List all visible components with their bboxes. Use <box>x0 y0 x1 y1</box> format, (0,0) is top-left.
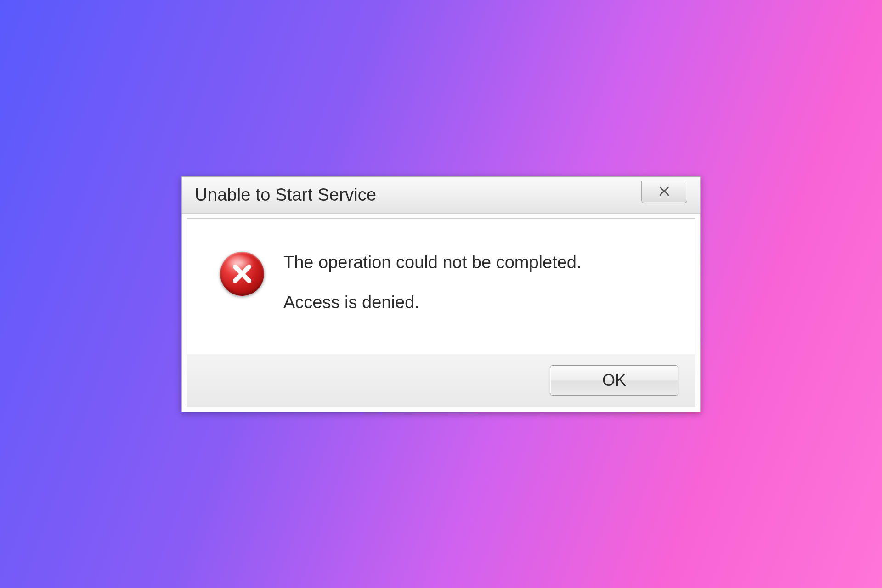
close-icon <box>657 184 671 200</box>
close-button[interactable] <box>641 181 687 203</box>
dialog-content: The operation could not be completed. Ac… <box>187 219 695 354</box>
message-secondary: Access is denied. <box>283 293 582 312</box>
ok-button[interactable]: OK <box>550 365 678 396</box>
titlebar[interactable]: Unable to Start Service <box>182 177 700 214</box>
message-block: The operation could not be completed. Ac… <box>283 251 582 312</box>
dialog-inner-frame: The operation could not be completed. Ac… <box>187 218 695 407</box>
dialog-title: Unable to Start Service <box>195 185 376 205</box>
error-icon <box>219 251 265 297</box>
message-primary: The operation could not be completed. <box>283 253 582 272</box>
error-dialog: Unable to Start Service The operation co… <box>181 176 701 412</box>
button-bar: OK <box>187 354 695 407</box>
